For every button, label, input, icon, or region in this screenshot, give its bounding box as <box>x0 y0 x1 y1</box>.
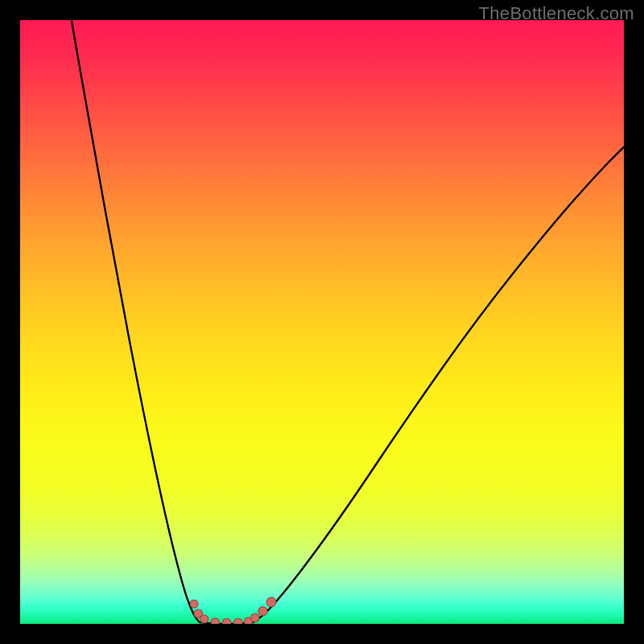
bottleneck-curve <box>72 20 624 624</box>
watermark-text: TheBottleneck.com <box>479 3 634 24</box>
marker-dot <box>190 600 198 608</box>
plot-area <box>20 20 624 624</box>
marker-dot <box>258 607 267 616</box>
marker-dot <box>233 618 242 624</box>
curve-layer <box>20 20 624 624</box>
marker-group <box>190 597 276 624</box>
marker-dot <box>222 618 231 624</box>
chart-frame: TheBottleneck.com <box>0 0 644 644</box>
marker-dot <box>211 618 219 624</box>
marker-dot <box>200 615 208 623</box>
marker-dot <box>266 597 276 607</box>
marker-dot <box>250 613 259 622</box>
